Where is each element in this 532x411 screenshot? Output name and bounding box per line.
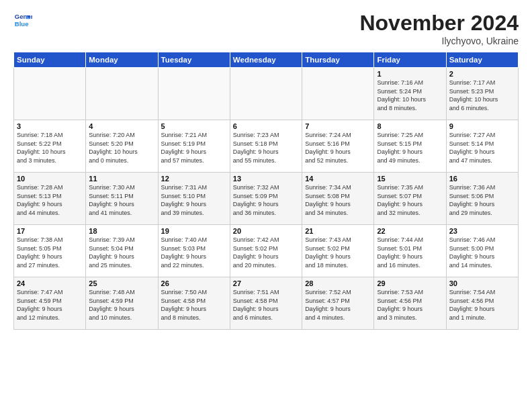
week-row-1: 1Sunrise: 7:16 AM Sunset: 5:24 PM Daylig…: [14, 68, 519, 120]
day-cell-5: 5Sunrise: 7:21 AM Sunset: 5:19 PM Daylig…: [158, 120, 230, 173]
day-number: 19: [161, 227, 227, 235]
svg-text:Blue: Blue: [15, 20, 29, 28]
day-cell-19: 19Sunrise: 7:40 AM Sunset: 5:03 PM Dayli…: [158, 225, 230, 277]
day-detail: Sunrise: 7:47 AM Sunset: 4:59 PM Dayligh…: [17, 288, 83, 322]
day-number: 7: [305, 122, 371, 130]
day-number: 15: [377, 175, 443, 183]
day-cell-1: 1Sunrise: 7:16 AM Sunset: 5:24 PM Daylig…: [374, 68, 446, 120]
day-cell-10: 10Sunrise: 7:28 AM Sunset: 5:13 PM Dayli…: [14, 173, 86, 225]
day-detail: Sunrise: 7:34 AM Sunset: 5:08 PM Dayligh…: [305, 183, 371, 217]
day-cell-13: 13Sunrise: 7:32 AM Sunset: 5:09 PM Dayli…: [230, 173, 302, 225]
page: General Blue November 2024 Ilychyovo, Uk…: [0, 0, 532, 411]
day-cell-27: 27Sunrise: 7:51 AM Sunset: 4:58 PM Dayli…: [230, 277, 302, 330]
day-detail: Sunrise: 7:39 AM Sunset: 5:04 PM Dayligh…: [89, 236, 154, 269]
empty-cell: [302, 68, 374, 120]
day-detail: Sunrise: 7:36 AM Sunset: 5:06 PM Dayligh…: [449, 183, 515, 217]
day-detail: Sunrise: 7:44 AM Sunset: 5:01 PM Dayligh…: [377, 236, 443, 269]
week-row-4: 17Sunrise: 7:38 AM Sunset: 5:05 PM Dayli…: [14, 225, 519, 277]
week-row-5: 24Sunrise: 7:47 AM Sunset: 4:59 PM Dayli…: [14, 277, 519, 330]
empty-cell: [230, 68, 302, 120]
logo-icon: General Blue: [13, 11, 32, 30]
day-cell-9: 9Sunrise: 7:27 AM Sunset: 5:14 PM Daylig…: [446, 120, 518, 173]
day-detail: Sunrise: 7:24 AM Sunset: 5:16 PM Dayligh…: [305, 131, 371, 165]
day-number: 28: [305, 279, 371, 287]
weekday-header-tuesday: Tuesday: [158, 52, 230, 68]
weekday-header-friday: Friday: [374, 52, 446, 68]
weekday-header-thursday: Thursday: [302, 52, 374, 68]
day-number: 25: [89, 279, 154, 287]
empty-cell: [158, 68, 230, 120]
weekday-header-wednesday: Wednesday: [230, 52, 302, 68]
day-cell-18: 18Sunrise: 7:39 AM Sunset: 5:04 PM Dayli…: [86, 225, 158, 277]
weekday-header-row: SundayMondayTuesdayWednesdayThursdayFrid…: [14, 52, 519, 68]
day-number: 17: [17, 227, 83, 235]
day-number: 6: [233, 122, 299, 130]
day-cell-12: 12Sunrise: 7:31 AM Sunset: 5:10 PM Dayli…: [158, 173, 230, 225]
day-cell-20: 20Sunrise: 7:42 AM Sunset: 5:02 PM Dayli…: [230, 225, 302, 277]
day-number: 20: [233, 227, 299, 235]
day-number: 8: [377, 122, 443, 130]
day-cell-8: 8Sunrise: 7:25 AM Sunset: 5:15 PM Daylig…: [374, 120, 446, 173]
day-number: 2: [449, 70, 515, 78]
header: General Blue November 2024 Ilychyovo, Uk…: [13, 11, 519, 46]
day-cell-28: 28Sunrise: 7:52 AM Sunset: 4:57 PM Dayli…: [302, 277, 374, 330]
day-detail: Sunrise: 7:54 AM Sunset: 4:56 PM Dayligh…: [449, 288, 515, 322]
day-cell-6: 6Sunrise: 7:23 AM Sunset: 5:18 PM Daylig…: [230, 120, 302, 173]
weekday-header-saturday: Saturday: [446, 52, 518, 68]
day-cell-29: 29Sunrise: 7:53 AM Sunset: 4:56 PM Dayli…: [374, 277, 446, 330]
empty-cell: [14, 68, 86, 120]
day-number: 23: [449, 227, 515, 235]
day-number: 11: [89, 175, 154, 183]
day-detail: Sunrise: 7:25 AM Sunset: 5:15 PM Dayligh…: [377, 131, 443, 165]
day-detail: Sunrise: 7:31 AM Sunset: 5:10 PM Dayligh…: [161, 183, 227, 217]
day-detail: Sunrise: 7:21 AM Sunset: 5:19 PM Dayligh…: [161, 131, 227, 165]
day-number: 21: [305, 227, 371, 235]
day-number: 27: [233, 279, 299, 287]
day-number: 14: [305, 175, 371, 183]
day-detail: Sunrise: 7:48 AM Sunset: 4:59 PM Dayligh…: [89, 288, 154, 322]
day-cell-16: 16Sunrise: 7:36 AM Sunset: 5:06 PM Dayli…: [446, 173, 518, 225]
day-detail: Sunrise: 7:53 AM Sunset: 4:56 PM Dayligh…: [377, 288, 443, 322]
day-cell-4: 4Sunrise: 7:20 AM Sunset: 5:20 PM Daylig…: [86, 120, 158, 173]
weekday-header-sunday: Sunday: [14, 52, 86, 68]
empty-cell: [86, 68, 158, 120]
calendar: SundayMondayTuesdayWednesdayThursdayFrid…: [13, 52, 519, 330]
day-number: 10: [17, 175, 83, 183]
title-block: November 2024 Ilychyovo, Ukraine: [359, 11, 519, 46]
day-cell-23: 23Sunrise: 7:46 AM Sunset: 5:00 PM Dayli…: [446, 225, 518, 277]
day-number: 24: [17, 279, 83, 287]
day-detail: Sunrise: 7:32 AM Sunset: 5:09 PM Dayligh…: [233, 183, 299, 217]
month-title: November 2024: [359, 11, 519, 36]
day-cell-21: 21Sunrise: 7:43 AM Sunset: 5:02 PM Dayli…: [302, 225, 374, 277]
day-number: 16: [449, 175, 515, 183]
day-number: 30: [449, 279, 515, 287]
day-number: 29: [377, 279, 443, 287]
day-detail: Sunrise: 7:46 AM Sunset: 5:00 PM Dayligh…: [449, 236, 515, 269]
day-detail: Sunrise: 7:18 AM Sunset: 5:22 PM Dayligh…: [17, 131, 83, 165]
day-detail: Sunrise: 7:40 AM Sunset: 5:03 PM Dayligh…: [161, 236, 227, 269]
day-number: 13: [233, 175, 299, 183]
day-cell-17: 17Sunrise: 7:38 AM Sunset: 5:05 PM Dayli…: [14, 225, 86, 277]
day-detail: Sunrise: 7:16 AM Sunset: 5:24 PM Dayligh…: [377, 79, 443, 112]
day-detail: Sunrise: 7:38 AM Sunset: 5:05 PM Dayligh…: [17, 236, 83, 269]
location: Ilychyovo, Ukraine: [359, 36, 519, 46]
day-number: 3: [17, 122, 83, 130]
day-cell-7: 7Sunrise: 7:24 AM Sunset: 5:16 PM Daylig…: [302, 120, 374, 173]
day-detail: Sunrise: 7:23 AM Sunset: 5:18 PM Dayligh…: [233, 131, 299, 165]
day-cell-25: 25Sunrise: 7:48 AM Sunset: 4:59 PM Dayli…: [86, 277, 158, 330]
day-number: 1: [377, 70, 443, 78]
day-detail: Sunrise: 7:43 AM Sunset: 5:02 PM Dayligh…: [305, 236, 371, 269]
day-detail: Sunrise: 7:52 AM Sunset: 4:57 PM Dayligh…: [305, 288, 371, 322]
day-number: 9: [449, 122, 515, 130]
day-number: 12: [161, 175, 227, 183]
weekday-header-monday: Monday: [86, 52, 158, 68]
day-cell-24: 24Sunrise: 7:47 AM Sunset: 4:59 PM Dayli…: [14, 277, 86, 330]
day-number: 18: [89, 227, 154, 235]
day-detail: Sunrise: 7:50 AM Sunset: 4:58 PM Dayligh…: [161, 288, 227, 322]
day-detail: Sunrise: 7:20 AM Sunset: 5:20 PM Dayligh…: [89, 131, 154, 165]
day-detail: Sunrise: 7:27 AM Sunset: 5:14 PM Dayligh…: [449, 131, 515, 165]
day-cell-3: 3Sunrise: 7:18 AM Sunset: 5:22 PM Daylig…: [14, 120, 86, 173]
day-detail: Sunrise: 7:35 AM Sunset: 5:07 PM Dayligh…: [377, 183, 443, 217]
day-cell-22: 22Sunrise: 7:44 AM Sunset: 5:01 PM Dayli…: [374, 225, 446, 277]
day-number: 5: [161, 122, 227, 130]
